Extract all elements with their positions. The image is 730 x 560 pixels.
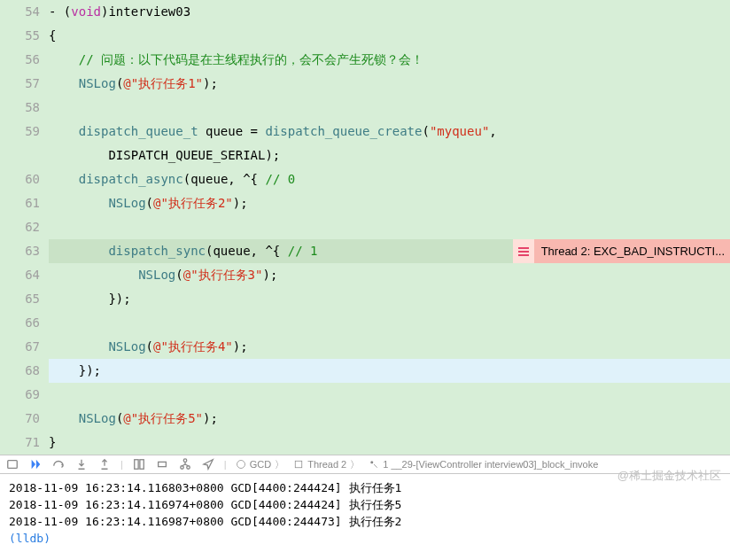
svg-rect-6 bbox=[158, 462, 166, 466]
line-number: 55 bbox=[0, 24, 40, 48]
line-number: 62 bbox=[0, 215, 40, 239]
error-badge[interactable]: Thread 2: EXC_BAD_INSTRUCTI... bbox=[513, 239, 730, 263]
code-line[interactable]: // 问题：以下代码是在主线程执行的，会不会产生死锁？会！ bbox=[49, 48, 730, 72]
separator: | bbox=[120, 459, 123, 470]
svg-rect-11 bbox=[295, 461, 302, 468]
line-number bbox=[0, 144, 40, 167]
line-number: 60 bbox=[0, 167, 40, 191]
svg-rect-5 bbox=[140, 460, 144, 470]
code-line[interactable] bbox=[49, 215, 730, 239]
code-line[interactable]: dispatch_async(queue, ^{ // 0 bbox=[49, 167, 730, 191]
debug-console[interactable]: 2018-11-09 16:23:14.116803+0800 GCD[4400… bbox=[0, 474, 730, 552]
line-number: 63 bbox=[0, 239, 40, 263]
code-line[interactable] bbox=[49, 96, 730, 120]
line-number: 66 bbox=[0, 311, 40, 335]
code-line[interactable]: dispatch_queue_t queue = dispatch_queue_… bbox=[49, 120, 730, 144]
line-number: 64 bbox=[0, 263, 40, 287]
step-into-icon[interactable] bbox=[74, 457, 89, 471]
line-number: 57 bbox=[0, 72, 40, 96]
line-number: 61 bbox=[0, 191, 40, 215]
thread-label: Thread 2 bbox=[307, 459, 346, 470]
process-label: GCD bbox=[250, 459, 271, 470]
error-icon bbox=[513, 239, 534, 263]
line-number: 59 bbox=[0, 120, 40, 144]
code-line[interactable]: NSLog(@"执行任务3"); bbox=[49, 263, 730, 287]
line-number: 67 bbox=[0, 335, 40, 359]
continue-icon[interactable] bbox=[28, 457, 43, 471]
step-over-icon[interactable] bbox=[51, 457, 66, 471]
line-number: 54 bbox=[0, 0, 40, 24]
svg-point-9 bbox=[187, 466, 190, 470]
toggle-debug-icon[interactable] bbox=[5, 457, 19, 471]
line-number: 65 bbox=[0, 287, 40, 311]
hierarchy-icon[interactable] bbox=[178, 457, 192, 471]
code-editor[interactable]: 545556575859606162636465666768697071 - (… bbox=[0, 0, 730, 455]
code-line[interactable]: }); bbox=[49, 359, 730, 383]
debug-view-icon[interactable] bbox=[132, 457, 146, 471]
code-line[interactable]: DISPATCH_QUEUE_SERIAL); bbox=[49, 144, 730, 167]
line-number: 71 bbox=[0, 431, 40, 455]
chevron-right-icon: 〉 bbox=[350, 458, 360, 471]
line-number: 56 bbox=[0, 48, 40, 72]
svg-point-8 bbox=[181, 466, 184, 470]
svg-point-7 bbox=[183, 459, 187, 463]
debug-toolbar: | | GCD 〉 Thread 2 〉 1 __29-[ViewControl… bbox=[0, 455, 730, 474]
step-out-icon[interactable] bbox=[97, 457, 112, 471]
console-line: 2018-11-09 16:23:14.116987+0800 GCD[4400… bbox=[9, 513, 721, 530]
location-icon[interactable] bbox=[201, 457, 215, 471]
code-line[interactable]: dispatch_sync(queue, ^{ // 1Thread 2: EX… bbox=[49, 239, 730, 263]
code-line[interactable]: { bbox=[49, 24, 730, 48]
frame-label: 1 __29-[ViewController interview03]_bloc… bbox=[383, 459, 598, 470]
line-number: 70 bbox=[0, 407, 40, 431]
code-line[interactable]: }); bbox=[49, 287, 730, 311]
code-line[interactable]: - (void)interview03 bbox=[49, 0, 730, 24]
svg-point-12 bbox=[370, 461, 373, 463]
code-area[interactable]: - (void)interview03{ // 问题：以下代码是在主线程执行的，… bbox=[49, 0, 730, 455]
line-number: 58 bbox=[0, 96, 40, 120]
line-number: 68 bbox=[0, 359, 40, 383]
thread-crumb[interactable]: Thread 2 〉 bbox=[293, 458, 360, 471]
memory-icon[interactable] bbox=[155, 457, 169, 471]
svg-rect-3 bbox=[8, 461, 18, 469]
line-gutter: 545556575859606162636465666768697071 bbox=[0, 0, 49, 455]
console-line: 2018-11-09 16:23:14.116803+0800 GCD[4400… bbox=[9, 479, 721, 496]
separator: | bbox=[224, 459, 227, 470]
code-line[interactable]: NSLog(@"执行任务2"); bbox=[49, 191, 730, 215]
code-line[interactable]: NSLog(@"执行任务1"); bbox=[49, 72, 730, 96]
code-line[interactable] bbox=[49, 383, 730, 407]
svg-point-10 bbox=[237, 461, 245, 469]
console-line: 2018-11-09 16:23:14.116974+0800 GCD[4400… bbox=[9, 496, 721, 513]
code-line[interactable] bbox=[49, 311, 730, 335]
process-crumb[interactable]: GCD 〉 bbox=[236, 458, 284, 471]
line-number: 69 bbox=[0, 383, 40, 407]
svg-rect-4 bbox=[135, 460, 138, 470]
frame-crumb[interactable]: 1 __29-[ViewController interview03]_bloc… bbox=[369, 459, 598, 470]
code-line[interactable]: NSLog(@"执行任务4"); bbox=[49, 335, 730, 359]
code-line[interactable]: } bbox=[49, 431, 730, 455]
code-line[interactable]: NSLog(@"执行任务5"); bbox=[49, 407, 730, 431]
error-text: Thread 2: EXC_BAD_INSTRUCTI... bbox=[541, 239, 725, 263]
lldb-prompt[interactable]: (lldb) bbox=[9, 530, 721, 547]
chevron-right-icon: 〉 bbox=[275, 458, 284, 471]
